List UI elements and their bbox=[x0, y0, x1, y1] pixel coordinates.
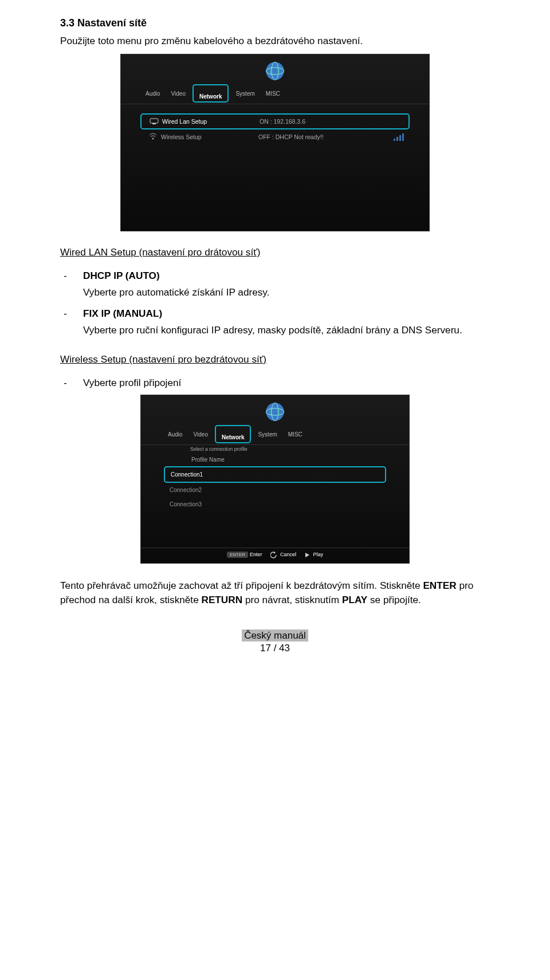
wired-list: - DHCP IP (AUTO) Vyberte pro automatické… bbox=[60, 270, 490, 343]
tab-network: Network bbox=[192, 84, 229, 103]
screenshot-subtitle: Select a connection profile bbox=[141, 445, 409, 454]
wired-value: ON : 192.168.3.6 bbox=[260, 118, 404, 125]
section-title: 3.3 Nastavení sítě bbox=[60, 17, 490, 29]
tab-audio: Audio bbox=[142, 89, 164, 99]
closing-paragraph: Tento přehrávač umožňuje zachovat až tří… bbox=[60, 578, 490, 607]
wired-item-text: Vyberte pro automatické získání IP adres… bbox=[83, 286, 490, 298]
document-page: 3.3 Nastavení sítě Použijte toto menu pr… bbox=[0, 0, 550, 666]
dash: - bbox=[60, 377, 83, 389]
wired-item-title: FIX IP (MANUAL) bbox=[83, 308, 490, 320]
svg-rect-4 bbox=[152, 123, 156, 124]
network-settings-screenshot: Audio Video Network System MISC Wired La… bbox=[120, 54, 430, 231]
svg-point-5 bbox=[152, 138, 154, 140]
screenshot-footer: ENTEREnter Cancel Play bbox=[141, 548, 409, 558]
tab-system: System bbox=[231, 89, 258, 99]
tab-video: Video bbox=[190, 430, 212, 439]
svg-point-6 bbox=[266, 403, 284, 421]
footer-manual: Český manuál bbox=[242, 629, 308, 641]
back-icon bbox=[270, 552, 277, 558]
svg-point-0 bbox=[266, 62, 284, 80]
wired-label: Wired Lan Setup bbox=[162, 118, 260, 125]
wired-icon bbox=[146, 117, 162, 125]
signal-icon bbox=[394, 133, 405, 141]
settings-list: Wired Lan Setup ON : 192.168.3.6 Wireles… bbox=[121, 104, 429, 154]
settings-tabs: Audio Video Network System MISC bbox=[141, 424, 409, 445]
wireless-icon bbox=[145, 132, 161, 141]
dash: - bbox=[60, 308, 83, 343]
wired-item-dhcp: - DHCP IP (AUTO) Vyberte pro automatické… bbox=[60, 270, 490, 305]
wireless-row: Wireless Setup OFF : DHCP Not ready!! bbox=[140, 129, 410, 144]
wireless-bullet-text: Vyberte profil připojení bbox=[83, 377, 181, 389]
settings-tabs: Audio Video Network System MISC bbox=[121, 83, 429, 104]
intro-text: Použijte toto menu pro změnu kabelového … bbox=[60, 35, 490, 47]
wireless-label: Wireless Setup bbox=[161, 133, 258, 140]
wired-item-title: DHCP IP (AUTO) bbox=[83, 270, 490, 282]
wireless-value: OFF : DHCP Not ready!! bbox=[258, 133, 394, 140]
profile-list-label: Profile Name bbox=[164, 454, 386, 466]
wireless-heading: Wireless Setup (nastavení pro bezdrátovo… bbox=[60, 353, 490, 365]
globe-icon bbox=[263, 400, 287, 424]
tab-misc: MISC bbox=[262, 89, 284, 99]
dash: - bbox=[60, 270, 83, 305]
footer-cancel: Cancel bbox=[270, 552, 297, 558]
play-icon bbox=[304, 552, 310, 558]
profile-list: Profile Name Connection1 Connection2 Con… bbox=[141, 454, 409, 511]
wired-heading: Wired LAN Setup (nastavení pro drátovou … bbox=[60, 246, 490, 258]
footer-play: Play bbox=[304, 552, 323, 558]
wireless-profile-screenshot: Audio Video Network System MISC Select a… bbox=[140, 395, 410, 564]
svg-rect-3 bbox=[150, 119, 158, 123]
footer-enter: ENTEREnter bbox=[227, 552, 262, 558]
tab-video: Video bbox=[167, 89, 190, 99]
tab-misc: MISC bbox=[284, 430, 307, 439]
wired-item-text: Vyberte pro ruční konfiguraci IP adresy,… bbox=[83, 324, 490, 336]
footer-page: 17 / 43 bbox=[60, 643, 490, 654]
wireless-bullet: - Vyberte profil připojení bbox=[60, 377, 490, 389]
page-footer: Český manuál 17 / 43 bbox=[60, 630, 490, 654]
profile-row: Connection3 bbox=[164, 497, 386, 511]
globe-icon bbox=[263, 59, 287, 83]
wired-lan-row: Wired Lan Setup ON : 192.168.3.6 bbox=[140, 113, 410, 129]
tab-network: Network bbox=[215, 425, 251, 443]
tab-audio: Audio bbox=[164, 430, 187, 439]
wired-item-fix: - FIX IP (MANUAL) Vyberte pro ruční konf… bbox=[60, 308, 490, 343]
profile-row: Connection2 bbox=[164, 483, 386, 497]
profile-row: Connection1 bbox=[164, 466, 386, 483]
tab-system: System bbox=[254, 430, 281, 439]
